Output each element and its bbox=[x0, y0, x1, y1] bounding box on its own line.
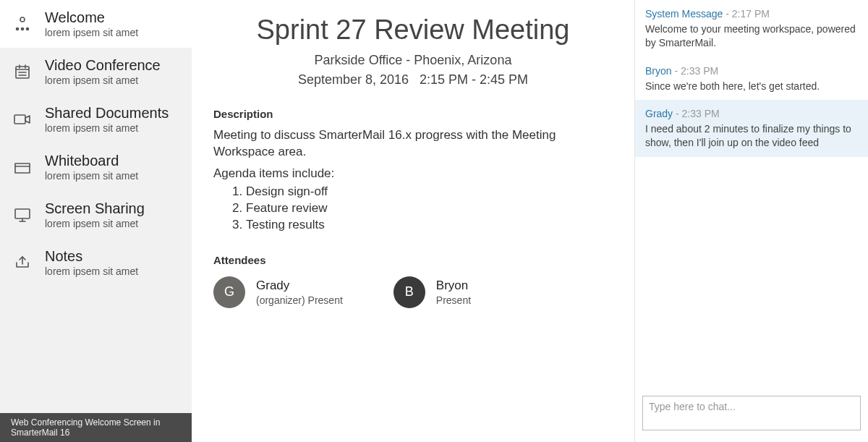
description-heading: Description bbox=[213, 108, 613, 120]
chat-input[interactable] bbox=[642, 396, 861, 430]
attendee: BBryonPresent bbox=[393, 276, 471, 308]
sidebar-item-title: Shared Documents bbox=[45, 105, 169, 121]
sidebar-item-subtitle: lorem ipsem sit amet bbox=[45, 27, 138, 38]
sidebar: Welcomelorem ipsem sit ametVideo Confere… bbox=[0, 0, 192, 442]
video-camera-icon bbox=[11, 112, 34, 127]
chat-message-header: Grady2:33 PM bbox=[645, 107, 858, 121]
sidebar-item-welcome[interactable]: Welcomelorem ipsem sit amet bbox=[0, 0, 192, 48]
sidebar-item-subtitle: lorem ipsem sit amet bbox=[45, 218, 145, 229]
meeting-date: September 8, 2016 bbox=[298, 72, 409, 87]
attendee-name: Grady bbox=[256, 279, 343, 293]
agenda-item: Design sign-off bbox=[246, 184, 613, 200]
chat-body: Since we're both here, let's get started… bbox=[645, 80, 858, 93]
chat-body: I need about 2 minutes to finalize my th… bbox=[645, 122, 858, 150]
sidebar-item-shared-documents[interactable]: Shared Documentslorem ipsem sit amet bbox=[0, 95, 192, 143]
chat-input-wrap bbox=[635, 390, 868, 442]
chat-sender: Grady bbox=[645, 108, 673, 119]
sidebar-item-text: Whiteboardlorem ipsem sit amet bbox=[45, 153, 138, 182]
chat-message: Grady2:33 PMI need about 2 minutes to fi… bbox=[635, 100, 868, 157]
sidebar-item-title: Notes bbox=[45, 248, 138, 264]
svg-rect-13 bbox=[15, 209, 30, 218]
sidebar-item-whiteboard[interactable]: Whiteboardlorem ipsem sit amet bbox=[0, 143, 192, 191]
chat-message-header: Bryon2:33 PM bbox=[645, 64, 858, 78]
chat-time: 2:33 PM bbox=[672, 65, 719, 77]
attendees-row: GGrady(organizer) PresentBBryonPresent bbox=[213, 276, 613, 308]
share-icon bbox=[11, 255, 34, 271]
sidebar-item-subtitle: lorem ipsem sit amet bbox=[45, 75, 161, 86]
sidebar-item-subtitle: lorem ipsem sit amet bbox=[45, 122, 169, 134]
meeting-title: Sprint 27 Review Meeting bbox=[213, 14, 613, 46]
chat-sender: System Message bbox=[645, 8, 723, 20]
sidebar-item-subtitle: lorem ipsem sit amet bbox=[45, 170, 138, 182]
attendees-heading: Attendees bbox=[213, 254, 613, 266]
chat-message-header: System Message2:17 PM bbox=[645, 7, 858, 21]
attendee-status: (organizer) Present bbox=[256, 294, 343, 306]
sidebar-item-text: Shared Documentslorem ipsem sit amet bbox=[45, 105, 169, 134]
sidebar-item-title: Welcome bbox=[45, 9, 138, 25]
attendee: GGrady(organizer) Present bbox=[213, 276, 343, 308]
agenda-item: Testing results bbox=[246, 217, 613, 234]
chat-time: 2:33 PM bbox=[673, 108, 720, 119]
meeting-location: Parkside Office - Phoenix, Arizona bbox=[213, 53, 613, 68]
sidebar-item-subtitle: lorem ipsem sit amet bbox=[45, 265, 138, 277]
attendee-info: Grady(organizer) Present bbox=[256, 279, 343, 306]
sidebar-item-video-conference[interactable]: Video Conferencelorem ipsem sit amet bbox=[0, 48, 192, 95]
calendar-icon bbox=[11, 63, 34, 80]
agenda-list: Design sign-offFeature reviewTesting res… bbox=[246, 184, 613, 234]
monitor-icon bbox=[11, 207, 34, 223]
svg-point-0 bbox=[20, 17, 25, 22]
chat-messages: System Message2:17 PMWelcome to your mee… bbox=[635, 0, 868, 390]
svg-rect-11 bbox=[15, 163, 30, 173]
caption-bar: Web Conferencing Welcome Screen in Smart… bbox=[0, 413, 192, 442]
chat-body: Welcome to your meeting workspace, power… bbox=[645, 22, 858, 50]
app-root: Welcomelorem ipsem sit ametVideo Confere… bbox=[0, 0, 868, 442]
meeting-time: 2:15 PM - 2:45 PM bbox=[420, 72, 528, 87]
avatar: B bbox=[393, 276, 425, 308]
meeting-description: Meeting to discuss SmarterMail 16.x prog… bbox=[213, 127, 613, 161]
sidebar-item-text: Screen Sharinglorem ipsem sit amet bbox=[45, 200, 145, 229]
main-panel: Sprint 27 Review Meeting Parkside Office… bbox=[192, 0, 635, 442]
chat-message: Bryon2:33 PMSince we're both here, let's… bbox=[635, 57, 868, 101]
svg-point-2 bbox=[21, 27, 25, 31]
sidebar-item-title: Video Conference bbox=[45, 57, 161, 73]
folder-icon bbox=[11, 159, 34, 175]
chat-message: System Message2:17 PMWelcome to your mee… bbox=[635, 0, 868, 57]
sidebar-item-text: Welcomelorem ipsem sit amet bbox=[45, 9, 138, 38]
sidebar-item-text: Noteslorem ipsem sit amet bbox=[45, 248, 138, 277]
svg-rect-10 bbox=[14, 115, 25, 124]
svg-point-3 bbox=[26, 27, 30, 31]
meeting-datetime: September 8, 2016 2:15 PM - 2:45 PM bbox=[213, 72, 613, 88]
agenda-label: Agenda items include: bbox=[213, 166, 613, 181]
attendee-name: Bryon bbox=[436, 279, 471, 293]
avatar: G bbox=[213, 276, 245, 308]
sidebar-item-notes[interactable]: Noteslorem ipsem sit amet bbox=[0, 239, 192, 286]
chat-time: 2:17 PM bbox=[723, 8, 770, 20]
sidebar-item-screen-sharing[interactable]: Screen Sharinglorem ipsem sit amet bbox=[0, 191, 192, 239]
attendee-status: Present bbox=[436, 294, 471, 306]
agenda-item: Feature review bbox=[246, 200, 613, 217]
chat-panel: System Message2:17 PMWelcome to your mee… bbox=[635, 0, 868, 442]
sidebar-item-title: Screen Sharing bbox=[45, 200, 145, 216]
attendee-info: BryonPresent bbox=[436, 279, 471, 306]
sidebar-item-title: Whiteboard bbox=[45, 153, 138, 169]
svg-point-1 bbox=[16, 27, 20, 31]
sidebar-item-text: Video Conferencelorem ipsem sit amet bbox=[45, 57, 161, 86]
chat-sender: Bryon bbox=[645, 65, 672, 77]
hierarchy-icon bbox=[11, 16, 34, 32]
